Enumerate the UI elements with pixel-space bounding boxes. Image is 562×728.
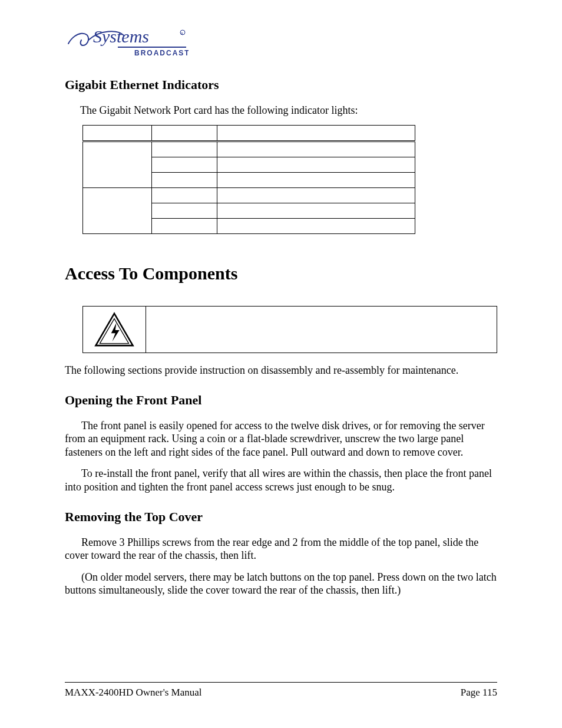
front-panel-p1: The front panel is easily opened for acc… <box>65 419 497 459</box>
table-row <box>83 126 415 141</box>
page-footer: MAXX-2400HD Owner's Manual Page 115 <box>65 682 497 699</box>
brand-logo: Systems BROADCAST R <box>65 24 189 59</box>
top-cover-p1: Remove 3 Phillips screws from the rear e… <box>65 536 497 562</box>
logo-sub-text: BROADCAST <box>134 49 189 57</box>
footer-page-number: Page 115 <box>461 686 497 699</box>
table-row <box>83 188 415 203</box>
warning-callout <box>82 306 497 353</box>
heading-opening-front-panel: Opening the Front Panel <box>65 392 497 409</box>
front-panel-p2: To re-install the front panel, verify th… <box>65 467 497 493</box>
indicator-table <box>82 125 415 234</box>
table-row <box>83 141 415 157</box>
heading-access-components: Access To Components <box>65 262 497 285</box>
footer-manual-title: MAXX-2400HD Owner's Manual <box>65 686 202 699</box>
top-cover-p2: (On older model servers, there may be la… <box>65 571 497 597</box>
disassembly-intro: The following sections provide instructi… <box>65 364 497 377</box>
heading-gigabit-ethernet: Gigabit Ethernet Indicators <box>65 77 497 93</box>
intro-gigabit: The Gigabit Network Port card has the fo… <box>80 104 497 117</box>
document-page: Systems BROADCAST R Gigabit Ethernet Ind… <box>0 0 562 728</box>
logo-script-text: Systems <box>93 27 149 46</box>
warning-text-cell <box>146 306 497 353</box>
warning-icon-cell <box>82 306 146 353</box>
electrical-hazard-icon <box>94 311 135 348</box>
svg-text:R: R <box>181 32 183 35</box>
heading-removing-top-cover: Removing the Top Cover <box>65 509 497 525</box>
